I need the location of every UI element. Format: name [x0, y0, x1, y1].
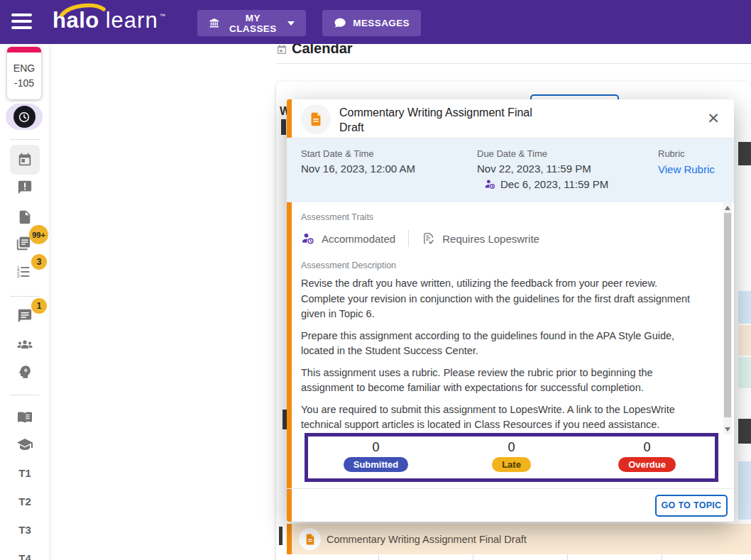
messages-label: MESSAGES [353, 18, 410, 28]
trait-accommodated: Accommodated [301, 231, 395, 246]
submitted-count: 0 [308, 440, 444, 455]
start-date-value: Nov 16, 2023, 12:00 AM [301, 163, 415, 175]
scrollbar-thumb[interactable] [724, 213, 731, 417]
description-paragraph: Revise the draft you have written, utili… [301, 276, 703, 322]
sidebar-divider [10, 296, 40, 297]
submitted-badge: Submitted [344, 457, 409, 472]
close-icon[interactable]: ✕ [703, 108, 724, 129]
calendar-gridline [378, 554, 379, 560]
screen: halo learn ™ MY CLASSES MESSAGES ENG -10… [0, 0, 751, 560]
calendar-gridline [662, 554, 662, 560]
course-card-eng105[interactable]: ENG -105 [7, 47, 41, 99]
calendar-event-row[interactable]: Commentary Writing Assignment Final Draf… [287, 524, 751, 554]
due-date-label: Due Date & Time [477, 148, 608, 159]
clock-icon [13, 106, 35, 128]
term-tab-t3[interactable]: T3 [0, 524, 50, 536]
my-classes-label: MY CLASSES [226, 13, 280, 34]
title-divider [276, 63, 751, 64]
hamburger-menu-icon[interactable] [11, 13, 33, 31]
start-date-column: Start Date & Time Nov 16, 2023, 12:00 AM [301, 148, 415, 175]
description-paragraph: You are required to submit this assignme… [301, 402, 703, 433]
document-check-icon [422, 231, 436, 246]
assignment-doc-icon [299, 528, 321, 550]
discussion-icon[interactable] [17, 308, 33, 324]
stat-overdue: 0 Overdue [579, 437, 715, 478]
modal-title: Commentary Writing Assignment Final Draf… [339, 105, 545, 135]
assessment-traits-label: Assessment Traits [301, 212, 703, 222]
my-classes-button[interactable]: MY CLASSES [197, 10, 306, 36]
accommodated-due-date: Dec 6, 2023, 11:59 PM [500, 178, 608, 190]
trait-accommodated-label: Accommodated [322, 233, 395, 245]
term-tab-t4[interactable]: T4 [0, 552, 50, 560]
halo-learn-logo[interactable]: halo learn ™ [53, 8, 165, 33]
description-paragraph: Prepare this assignment according to the… [301, 329, 703, 359]
stat-submitted: 0 Submitted [308, 437, 444, 478]
insights-icon[interactable] [17, 364, 33, 380]
course-card-accent [7, 47, 41, 53]
trait-requires-label: Requires Lopeswrite [442, 233, 539, 245]
sidebar-divider [10, 139, 40, 140]
scroll-up-arrow-icon[interactable] [723, 203, 732, 212]
messages-button[interactable]: MESSAGES [322, 10, 421, 36]
logo-arc-icon [58, 3, 108, 17]
class-materials-icon[interactable] [16, 236, 31, 251]
go-to-topic-button[interactable]: GO TO TOPIC [655, 495, 728, 517]
document-icon[interactable] [17, 209, 33, 225]
calendar-title-icon [276, 44, 287, 55]
start-date-label: Start Date & Time [301, 148, 415, 159]
modal-header: Commentary Writing Assignment Final Draf… [287, 99, 734, 138]
materials-badge[interactable]: 99+ [29, 225, 48, 244]
event-accent-bar [287, 524, 292, 554]
top-navigation-bar: halo learn ™ MY CLASSES MESSAGES [0, 0, 751, 44]
accommodated-person-clock-icon [484, 178, 496, 190]
overdue-count: 0 [579, 440, 715, 455]
background-event-fragment [738, 461, 751, 520]
submission-stats-box: 0 Submitted 0 Late 0 Overdue [305, 433, 718, 482]
background-fragment [279, 527, 283, 545]
modal-footer: GO TO TOPIC [287, 488, 734, 522]
traits-row: Accommodated Requires Lopeswrite [301, 230, 703, 247]
task-list-icon[interactable]: 123 [16, 264, 31, 280]
book-icon[interactable] [16, 409, 33, 426]
modal-scrollbar[interactable] [723, 202, 732, 434]
chat-badge[interactable]: 1 [31, 298, 47, 314]
background-fragment [281, 119, 286, 135]
course-code-line2: -105 [7, 76, 41, 91]
course-sidebar: ENG -105 99+ 3 123 1 [0, 44, 50, 560]
background-event-fragment [738, 291, 751, 324]
svg-text:3: 3 [17, 273, 20, 278]
assessment-description: Revise the draft you have written, utili… [301, 276, 703, 433]
term-tab-t1[interactable]: T1 [0, 467, 50, 479]
calendar-gridline [567, 554, 568, 560]
recent-activity-pill[interactable] [6, 104, 43, 130]
assignment-doc-icon [301, 104, 331, 134]
background-event-fragment [738, 142, 751, 165]
announcements-icon[interactable] [17, 180, 33, 195]
background-event-fragment [738, 357, 751, 388]
late-count: 0 [444, 440, 579, 455]
trait-requires-lopeswrite: Requires Lopeswrite [422, 231, 539, 246]
assignment-modal: Commentary Writing Assignment Final Draf… [287, 99, 734, 522]
background-event-fragment [738, 419, 751, 444]
trait-separator [408, 230, 409, 247]
modal-dates-section: Start Date & Time Nov 16, 2023, 12:00 AM… [287, 138, 734, 202]
assessment-description-label: Assessment Description [301, 260, 703, 270]
rubric-column: Rubric View Rubric [658, 148, 715, 175]
overdue-badge: Overdue [618, 457, 676, 472]
groups-icon[interactable] [16, 336, 33, 353]
course-code-line1: ENG [7, 61, 41, 76]
late-badge: Late [492, 457, 531, 472]
calendar-icon[interactable] [17, 152, 33, 168]
scroll-down-arrow-icon[interactable] [723, 424, 732, 434]
due-date-column: Due Date & Time Nov 22, 2023, 11:59 PM D… [477, 148, 608, 190]
due-date-value: Nov 22, 2023, 11:59 PM [477, 163, 608, 175]
view-rubric-link[interactable]: View Rubric [658, 163, 715, 175]
accommodated-person-clock-icon [301, 231, 315, 246]
tasks-badge[interactable]: 3 [31, 254, 47, 270]
term-tab-t2[interactable]: T2 [0, 495, 50, 507]
calendar-gridline [473, 554, 473, 560]
brand-word-learn: learn [106, 8, 158, 33]
chevron-down-icon [287, 21, 295, 26]
graduation-cap-icon[interactable] [16, 437, 33, 454]
bank-icon [209, 16, 220, 30]
